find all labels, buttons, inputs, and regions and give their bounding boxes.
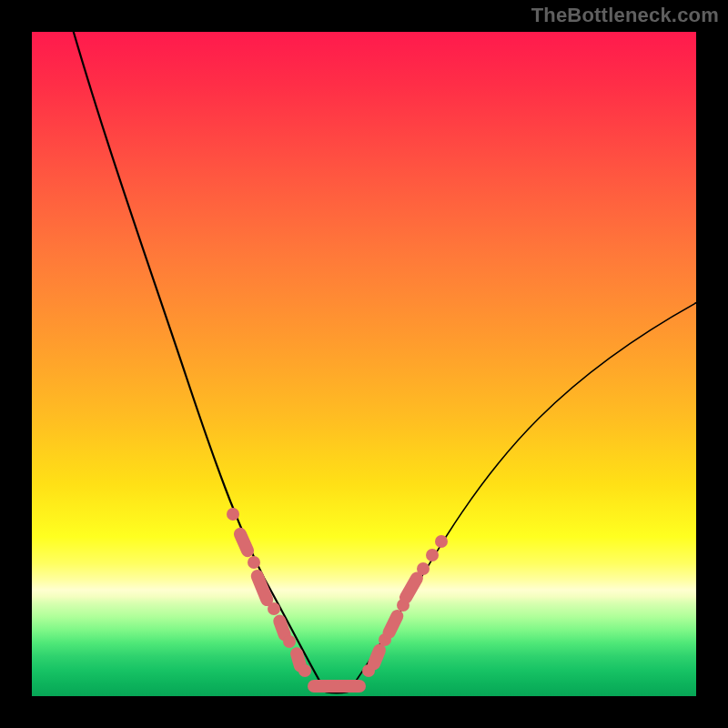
bottleneck-curve-left xyxy=(68,32,323,687)
chart-frame: TheBottleneck.com xyxy=(0,0,728,728)
svg-rect-1 xyxy=(232,526,257,560)
bottleneck-curve-right xyxy=(350,300,696,689)
highlight-dots xyxy=(227,508,448,693)
svg-rect-3 xyxy=(249,568,276,608)
svg-point-18 xyxy=(435,535,448,548)
svg-point-2 xyxy=(248,556,260,569)
svg-point-8 xyxy=(298,664,311,677)
svg-point-4 xyxy=(268,602,280,615)
svg-point-6 xyxy=(283,635,296,648)
svg-point-16 xyxy=(417,562,430,575)
curve-layer xyxy=(32,32,696,696)
svg-rect-13 xyxy=(380,608,405,642)
svg-rect-15 xyxy=(397,570,425,606)
svg-point-17 xyxy=(426,549,439,561)
svg-point-0 xyxy=(227,508,239,521)
attribution-text: TheBottleneck.com xyxy=(531,4,719,27)
plot-area xyxy=(32,32,696,696)
svg-rect-11 xyxy=(366,642,388,672)
svg-rect-9 xyxy=(308,680,366,693)
